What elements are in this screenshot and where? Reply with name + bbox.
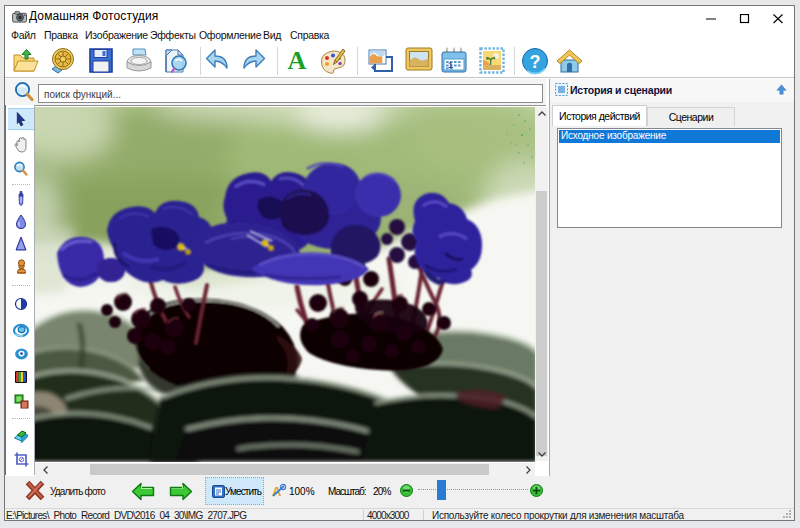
svg-text:1: 1 — [448, 60, 453, 70]
svg-text:?: ? — [530, 52, 541, 72]
svg-text:A: A — [288, 47, 307, 74]
